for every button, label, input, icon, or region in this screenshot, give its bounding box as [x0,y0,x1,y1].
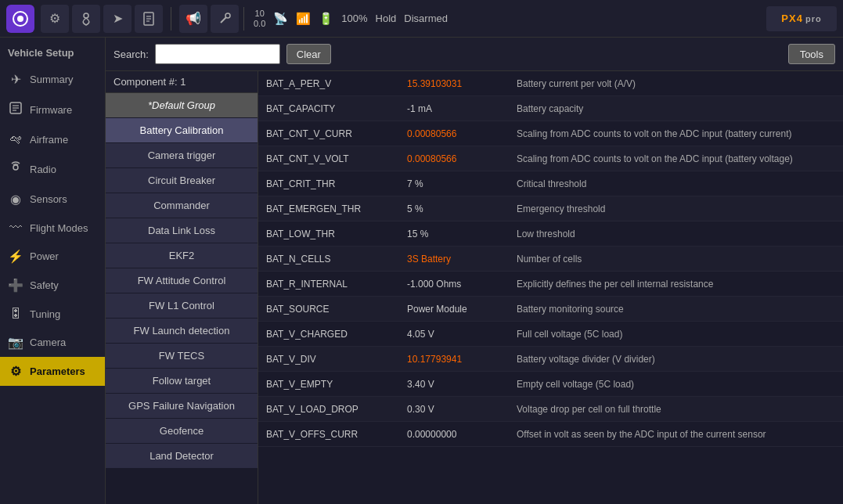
sidebar-item-firmware[interactable]: Firmware [0,94,105,125]
search-bar: Search: Clear Tools [106,38,843,71]
parameters-icon: ⚙ [8,364,23,379]
tools-button[interactable]: Tools [788,44,835,64]
topbar: ⚙ ➤ 📢 10 0.0 [0,0,843,38]
sidebar-item-sensors[interactable]: ◉ Sensors [0,185,105,214]
param-value[interactable]: 0.00080566 [407,128,509,139]
divider-2 [243,7,244,31]
waypoint-icon-btn[interactable] [72,5,100,33]
param-desc: Offset in volt as seen by the ADC input … [517,429,835,440]
table-row[interactable]: BAT_N_CELLS3S BatteryNumber of cells [258,247,843,272]
document-icon-btn[interactable] [135,5,163,33]
sensors-icon: ◉ [8,192,23,207]
group-item-gps-failure[interactable]: GPS Failure Navigation [106,394,258,419]
param-name: BAT_LOW_THR [266,229,399,239]
svg-point-12 [13,165,18,170]
sidebar-item-summary[interactable]: ✈ Summary [0,65,105,94]
param-value[interactable]: 0.00000000 [407,429,509,440]
param-value[interactable]: 3S Battery [407,254,509,265]
param-value[interactable]: 10.17793941 [407,354,509,365]
sidebar: Vehicle Setup ✈ Summary Firmware 🛩 Airfr… [0,38,106,504]
group-item-fw-tecs[interactable]: FW TECS [106,344,258,369]
group-item-camera-trigger[interactable]: Camera trigger [106,143,258,168]
send-icon-btn[interactable]: ➤ [103,5,131,33]
table-row[interactable]: BAT_V_LOAD_DROP0.30 VVoltage drop per ce… [258,397,843,422]
search-input[interactable] [155,44,280,64]
group-item-follow-target[interactable]: Follow target [106,369,258,394]
group-list: Component #: 1 *Default Group Battery Ca… [106,71,258,504]
param-name: BAT_V_DIV [266,354,399,365]
table-row[interactable]: BAT_V_DIV10.17793941Battery voltage divi… [258,347,843,372]
param-value[interactable]: 5 % [407,203,509,214]
group-item-default[interactable]: *Default Group [106,93,258,118]
px4-logo: PX4 pro [766,6,837,31]
param-value[interactable]: -1 mA [407,103,509,114]
group-item-fw-l1[interactable]: FW L1 Control [106,293,258,319]
table-row[interactable]: BAT_R_INTERNAL-1.000 OhmsExplicitly defi… [258,272,843,297]
param-desc: Voltage drop per cell on full throttle [517,404,835,415]
table-row[interactable]: BAT_SOURCEPower ModuleBattery monitoring… [258,297,843,322]
megaphone-icon-btn[interactable]: 📢 [179,5,207,33]
param-value[interactable]: 4.05 V [407,329,509,340]
settings-icon-btn[interactable]: ⚙ [41,5,69,33]
sidebar-item-camera[interactable]: 📷 Camera [0,328,105,357]
component-header: Component #: 1 [106,71,258,93]
tools-icon-btn[interactable] [211,5,239,33]
sidebar-item-flight-modes[interactable]: 〰 Flight Modes [0,214,105,242]
param-name: BAT_V_EMPTY [266,379,399,390]
clear-button[interactable]: Clear [286,44,331,64]
sidebar-item-tuning[interactable]: 🎛 Tuning [0,300,105,328]
table-row[interactable]: BAT_LOW_THR15 %Low threshold [258,221,843,247]
group-item-commander[interactable]: Commander [106,193,258,218]
param-value[interactable]: 0.30 V [407,404,509,415]
table-row[interactable]: BAT_V_CHARGED4.05 VFull cell voltage (5C… [258,322,843,347]
table-row[interactable]: BAT_CAPACITY-1 mABattery capacity [258,96,843,121]
sidebar-item-safety[interactable]: ➕ Safety [0,271,105,300]
group-item-ekf2[interactable]: EKF2 [106,243,258,268]
param-desc: Emergency threshold [517,203,835,214]
group-item-battery-cal[interactable]: Battery Calibration [106,118,258,143]
table-row[interactable]: BAT_A_PER_V15.39103031Battery current pe… [258,71,843,96]
param-value[interactable]: 7 % [407,178,509,189]
table-row[interactable]: BAT_CRIT_THR7 %Critical threshold [258,171,843,196]
param-value[interactable]: 3.40 V [407,379,509,390]
flight-modes-icon: 〰 [8,221,23,235]
group-item-fw-launch[interactable]: FW Launch detection [106,319,258,344]
table-row[interactable]: BAT_CNT_V_VOLT0.00080566Scaling from ADC… [258,146,843,171]
sidebar-item-radio[interactable]: Radio [0,153,105,185]
svg-point-7 [225,13,230,18]
battery-icon: 🔋 [319,12,333,26]
group-item-fw-attitude[interactable]: FW Attitude Control [106,268,258,293]
param-value[interactable]: Power Module [407,304,509,315]
search-label: Search: [113,49,149,60]
sidebar-item-power[interactable]: ⚡ Power [0,242,105,271]
param-value[interactable]: -1.000 Ohms [407,279,509,290]
table-row[interactable]: BAT_V_OFFS_CURR0.00000000Offset in volt … [258,422,843,447]
param-value[interactable]: 15.39103031 [407,78,509,89]
group-item-circuit-breaker[interactable]: Circuit Breaker [106,168,258,193]
param-name: BAT_N_CELLS [266,254,399,265]
sidebar-item-airframe[interactable]: 🛩 Airframe [0,125,105,153]
param-value[interactable]: 0.00080566 [407,153,509,164]
app-logo[interactable] [6,5,34,33]
param-desc: Battery current per volt (A/V) [517,78,835,89]
param-name: BAT_A_PER_V [266,78,399,89]
group-item-land-detector[interactable]: Land Detector [106,444,258,469]
param-name: BAT_V_OFFS_CURR [266,429,399,440]
content-area: Search: Clear Tools Component #: 1 *Defa… [106,38,843,504]
table-row[interactable]: BAT_V_EMPTY3.40 VEmpty cell voltage (5C … [258,372,843,397]
param-desc: Battery monitoring source [517,304,835,315]
param-name: BAT_V_CHARGED [266,329,399,340]
group-item-geofence[interactable]: Geofence [106,419,258,444]
content-panels: Component #: 1 *Default Group Battery Ca… [106,71,843,504]
camera-icon: 📷 [8,335,23,350]
table-row[interactable]: BAT_CNT_V_CURR0.00080566Scaling from ADC… [258,121,843,146]
param-name: BAT_V_LOAD_DROP [266,404,399,415]
table-row[interactable]: BAT_EMERGEN_THR5 %Emergency threshold [258,196,843,221]
param-value[interactable]: 15 % [407,229,509,239]
group-item-data-link-loss[interactable]: Data Link Loss [106,218,258,243]
param-name: BAT_CNT_V_VOLT [266,153,399,164]
sidebar-item-parameters[interactable]: ⚙ Parameters [0,357,105,386]
param-desc: Critical threshold [517,178,835,189]
disarmed-label: Disarmed [404,13,448,24]
main-layout: Vehicle Setup ✈ Summary Firmware 🛩 Airfr… [0,38,843,504]
